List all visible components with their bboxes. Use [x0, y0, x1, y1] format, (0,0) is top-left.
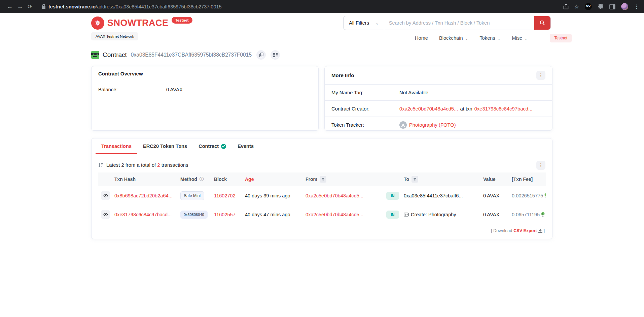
- extension-avatar-icon[interactable]: [585, 3, 592, 10]
- block-link[interactable]: 11602702: [214, 193, 236, 198]
- txn-hash-link[interactable]: 0x8b698ac72bd20b2a64...: [114, 193, 173, 198]
- svg-text:$: $: [546, 194, 546, 196]
- preview-txn-button[interactable]: [101, 210, 110, 219]
- browser-forward-icon[interactable]: →: [15, 3, 25, 10]
- nav-item-misc[interactable]: Misc ⌄: [512, 35, 528, 41]
- from-filter-button[interactable]: [320, 176, 326, 183]
- table-row: 0xe31798c6c84c97bacd... 0x60806040 11602…: [98, 205, 546, 224]
- contract-identicon: [91, 51, 99, 59]
- download-suffix: ]: [544, 228, 545, 233]
- contract-create-icon: [404, 213, 409, 217]
- copy-address-button[interactable]: [256, 50, 266, 60]
- from-address-link[interactable]: 0xa2c5e0bd70b48a4cd5...: [306, 212, 363, 217]
- col-txn-hash: Txn Hash: [112, 172, 178, 186]
- main-nav: Home Blockchain ⌄ Tokens ⌄ Misc ⌄ Testne…: [415, 34, 552, 42]
- lock-icon: [42, 4, 46, 9]
- csv-export-link[interactable]: CSV Export: [513, 228, 537, 233]
- page-title: Contract: [103, 51, 127, 59]
- creator-txn-link[interactable]: 0xe31798c6c84c97bacd...: [474, 106, 533, 112]
- more-info-menu-button[interactable]: ⋮: [536, 71, 545, 80]
- summary-suffix: transactions: [162, 162, 188, 168]
- col-age[interactable]: Age: [242, 172, 303, 186]
- browser-back-icon[interactable]: ←: [5, 3, 15, 10]
- tab-events[interactable]: Events: [232, 138, 259, 154]
- contract-overview-title: Contract Overview: [98, 71, 143, 76]
- search-filter-label: All Filters: [349, 20, 369, 26]
- col-to-label: To: [404, 177, 409, 182]
- from-address-link[interactable]: 0xa2c5e0bd70b48a4cd5...: [306, 193, 363, 198]
- to-filter-button[interactable]: [412, 176, 418, 183]
- tab-label: ERC20 Token Txns: [143, 144, 187, 149]
- nav-testnet-badge[interactable]: Testnet: [550, 34, 572, 42]
- snowflake-icon: ❅: [91, 17, 104, 30]
- col-method: Methodⓘ: [178, 172, 211, 186]
- more-info-title: More Info: [331, 72, 354, 78]
- browser-reload-icon[interactable]: ⟳: [25, 3, 35, 10]
- balance-value: 0 AVAX: [166, 87, 183, 92]
- token-tracker-link[interactable]: Photography (FOTO): [409, 122, 456, 128]
- search-input[interactable]: [384, 16, 534, 30]
- tab-bar: Transactions ERC20 Token Txns Contract E…: [92, 138, 552, 154]
- transactions-menu-button[interactable]: ⋮: [536, 161, 545, 170]
- extensions-puzzle-icon[interactable]: [598, 4, 604, 10]
- col-from: From: [303, 172, 384, 186]
- verified-check-icon: [221, 144, 226, 149]
- nav-item-tokens[interactable]: Tokens ⌄: [479, 35, 501, 41]
- svg-text:$: $: [542, 213, 543, 215]
- transactions-card: Transactions ERC20 Token Txns Contract E…: [91, 138, 552, 239]
- value-cell: 0 AVAX: [480, 186, 509, 205]
- txn-hash-link[interactable]: 0xe31798c6c84c97bacd...: [114, 212, 172, 217]
- transactions-table: Txn Hash Methodⓘ Block Age From: [98, 172, 546, 224]
- tab-erc20-token-txns[interactable]: ERC20 Token Txns: [137, 138, 193, 154]
- col-from-label: From: [306, 177, 317, 182]
- network-label: AVAX Testnet Network: [91, 32, 138, 40]
- summary-count: 2: [157, 162, 160, 168]
- age-cell: 40 days 47 mins ago: [242, 205, 303, 224]
- direction-badge: IN: [386, 192, 399, 200]
- csv-export-row: [ Download CSV Export ]: [98, 224, 545, 237]
- browser-toolbar: ← → ⟳ testnet.snowtrace.io/address/0xa03…: [0, 0, 644, 13]
- browser-menu-icon[interactable]: ⋮: [634, 3, 639, 10]
- nav-label: Tokens: [479, 35, 495, 41]
- share-icon[interactable]: [563, 4, 569, 9]
- tab-label: Contract: [199, 144, 219, 149]
- contract-address: 0xa03E85F4411e37CBAff635975bf38cB2737F00…: [131, 52, 252, 58]
- col-txn-fee: [Txn Fee]: [509, 172, 546, 186]
- name-tag-value: Not Available: [399, 90, 428, 95]
- gas-bulb-icon[interactable]: $: [541, 212, 545, 217]
- fee-amount: 0.065711195: [512, 212, 540, 217]
- nav-label: Home: [415, 35, 428, 41]
- token-tracker-label: Token Tracker:: [331, 122, 399, 128]
- snowtrace-logo[interactable]: ❅ SNOWTRACE Testnet: [91, 17, 192, 30]
- gas-bulb-icon[interactable]: $: [544, 193, 546, 198]
- block-link[interactable]: 11602557: [214, 212, 236, 217]
- more-info-card: More Info ⋮ My Name Tag: Not Available C…: [324, 66, 552, 131]
- contract-overview-header: Contract Overview: [92, 66, 318, 81]
- chevron-down-icon: ⌄: [465, 36, 469, 41]
- profile-avatar[interactable]: [621, 3, 628, 10]
- bookmark-star-icon[interactable]: ☆: [574, 3, 579, 10]
- name-tag-label: My Name Tag:: [331, 90, 399, 95]
- nav-item-blockchain[interactable]: Blockchain ⌄: [439, 35, 468, 41]
- col-method-label: Method: [180, 177, 197, 182]
- side-panel-icon[interactable]: [609, 4, 615, 10]
- tab-contract[interactable]: Contract: [193, 138, 232, 154]
- chevron-down-icon: ⌄: [497, 36, 501, 41]
- address-bar[interactable]: testnet.snowtrace.io/address/0xa03e85f44…: [42, 4, 222, 10]
- qr-code-button[interactable]: [271, 50, 280, 60]
- nav-label: Misc: [512, 35, 522, 41]
- info-icon[interactable]: ⓘ: [200, 176, 204, 182]
- url-domain: testnet.snowtrace.io: [48, 4, 96, 9]
- table-row: 0x8b698ac72bd20b2a64... Safe Mint 116027…: [98, 186, 546, 205]
- tab-transactions[interactable]: Transactions: [96, 138, 137, 154]
- col-value: Value: [480, 172, 509, 186]
- search-filter-dropdown[interactable]: All Filters ⌄: [344, 16, 384, 30]
- table-header-row: Txn Hash Methodⓘ Block Age From: [98, 172, 546, 186]
- creator-address-link[interactable]: 0xa2c5e0bd70b48a4cd5...: [399, 106, 458, 112]
- nav-item-home[interactable]: Home: [415, 35, 428, 41]
- chevron-down-icon: ⌄: [524, 36, 528, 41]
- download-icon[interactable]: [538, 229, 542, 233]
- to-address: 0xa03e85f4411e37cbaff6...: [404, 193, 463, 198]
- preview-txn-button[interactable]: [101, 191, 110, 200]
- search-button[interactable]: [534, 16, 550, 30]
